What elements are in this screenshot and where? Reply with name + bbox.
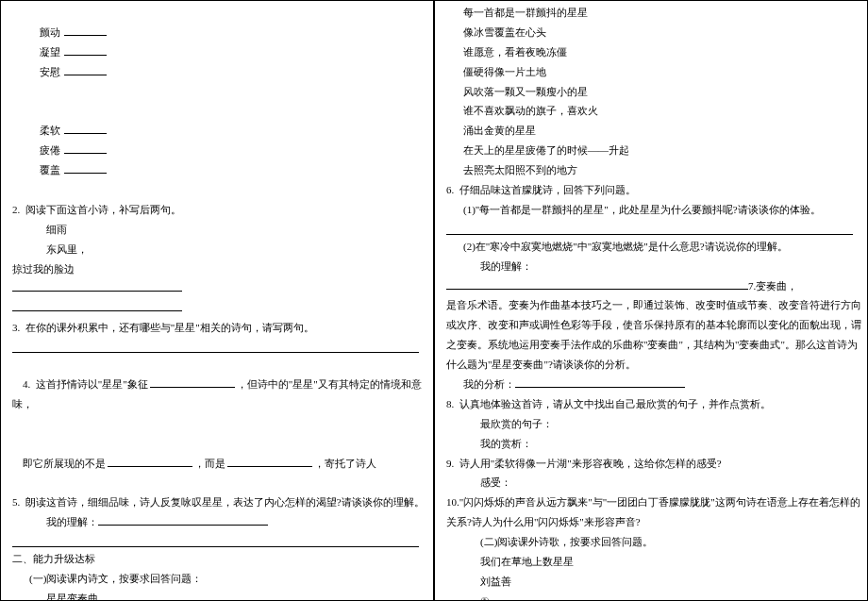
question-5: 5. 朗读这首诗，细细品味，诗人反复咏叹星星，表达了内心怎样的渴望?请谈谈你的理… <box>12 492 427 512</box>
answer-blank[interactable] <box>12 278 427 298</box>
question-7-body: 是音乐术语。变奏为作曲基本技巧之一，即通过装饰、改变时值或节奏、改变音符进行方向… <box>446 295 861 375</box>
vocab-row-1: 颤动 凝望 安慰 <box>12 3 427 101</box>
answer-and-q7: 7.变奏曲， <box>446 276 861 296</box>
poem-line: 在天上的星星疲倦了的时候——升起 <box>446 141 861 160</box>
question-3: 3. 在你的课外积累中，还有哪些与"星星"相关的诗句，请写两句。 <box>12 318 427 338</box>
poem-line: 每一首都是一群颤抖的星星 <box>446 3 861 23</box>
answer-blank[interactable] <box>446 222 853 235</box>
left-column: 颤动 凝望 安慰 柔软 疲倦 覆盖 2. 阅读下面这首小诗，补写后两句。 细雨 … <box>0 0 434 601</box>
poem-line: 东风里， <box>12 240 427 259</box>
blank[interactable] <box>64 44 107 56</box>
blank[interactable] <box>108 456 192 467</box>
question-9: 9. 诗人用"柔软得像一片湖"来形容夜晚，这给你怎样的感受? <box>446 454 861 474</box>
question-4: 4. 这首抒情诗以"星星"象征，但诗中的"星星"又有其特定的情境和意味， <box>12 355 427 434</box>
poem-line: 谁不喜欢飘动的旗子，喜欢火 <box>446 101 861 121</box>
word: 安慰 <box>40 66 60 77</box>
question-6: 6. 仔细品味这首朦胧诗，回答下列问题。 <box>446 180 861 200</box>
blank[interactable] <box>98 514 268 526</box>
answer-prompt: 我的分析： <box>446 375 861 394</box>
poem2-author: 刘益善 <box>446 572 861 592</box>
answer-prompt: 我的理解： <box>446 257 861 276</box>
poem-line: 细雨 <box>12 220 427 240</box>
right-column: 每一首都是一群颤抖的星星 像冰雪覆盖在心头 谁愿意，看着夜晚冻僵 僵硬得像一片土… <box>434 0 868 601</box>
word: 凝望 <box>40 46 60 58</box>
subsection-2: (二)阅读课外诗歌，按要求回答问题。 <box>446 532 861 552</box>
poem-line: 谁愿意，看着夜晚冻僵 <box>446 42 861 62</box>
question-6-2: (2)在"寒冷中寂寞地燃烧"中"寂寞地燃烧"是什么意思?请说说你的理解。 <box>446 237 861 257</box>
poem-title: 星星变奏曲 <box>12 589 427 601</box>
blank[interactable] <box>446 278 748 290</box>
poem-line: ① <box>446 592 861 601</box>
subsection-1: (一)阅读课内诗文，按要求回答问题： <box>12 569 427 589</box>
word: 颤动 <box>40 26 60 38</box>
blank[interactable] <box>64 162 107 174</box>
poem-line: 像冰雪覆盖在心头 <box>446 23 861 42</box>
question-4-cont: 即它所展现的不是，而是，寄托了诗人 <box>12 434 427 493</box>
poem-line: 僵硬得像一片土地 <box>446 62 861 82</box>
answer-blank[interactable] <box>12 298 427 318</box>
answer-blank[interactable] <box>12 534 419 547</box>
poem-line: 涌出金黄的星星 <box>446 121 861 141</box>
answer-prompt: 最欣赏的句子： <box>446 414 861 434</box>
question-2: 2. 阅读下面这首小诗，补写后两句。 <box>12 200 427 220</box>
blank[interactable] <box>227 456 312 467</box>
poem-line: 风吹落一颗又一颗瘦小的星 <box>446 82 861 102</box>
word: 覆盖 <box>40 164 60 175</box>
question-6-1: (1)"每一首都是一群颤抖的星星"，此处星星为什么要颤抖呢?请谈谈你的体验。 <box>446 200 861 220</box>
question-8: 8. 认真地体验这首诗，请从文中找出自己最欣赏的句子，并作点赏析。 <box>446 394 861 414</box>
poem-line: 去照亮太阳照不到的地方 <box>446 160 861 180</box>
answer-prompt: 我的理解： <box>12 512 427 532</box>
blank[interactable] <box>64 142 107 154</box>
answer-prompt: 感受： <box>446 473 861 492</box>
poem-line: 掠过我的脸边 <box>12 259 427 279</box>
word: 疲倦 <box>40 144 60 156</box>
section-2-header: 二、能力升级达标 <box>12 549 427 569</box>
poem2-title: 我们在草地上数星星 <box>446 552 861 572</box>
blank[interactable] <box>150 376 235 388</box>
blank[interactable] <box>515 376 685 388</box>
answer-blank[interactable] <box>12 340 419 353</box>
question-10: 10."闪闪烁烁的声音从远方飘来"与"一团团白丁香朦朦胧胧"这两句诗在语意上存在… <box>446 492 861 532</box>
blank[interactable] <box>64 64 107 75</box>
blank[interactable] <box>64 123 107 134</box>
blank[interactable] <box>64 25 107 36</box>
word: 柔软 <box>40 125 60 136</box>
vocab-row-2: 柔软 疲倦 覆盖 <box>12 101 427 199</box>
answer-prompt: 我的赏析： <box>446 434 861 454</box>
